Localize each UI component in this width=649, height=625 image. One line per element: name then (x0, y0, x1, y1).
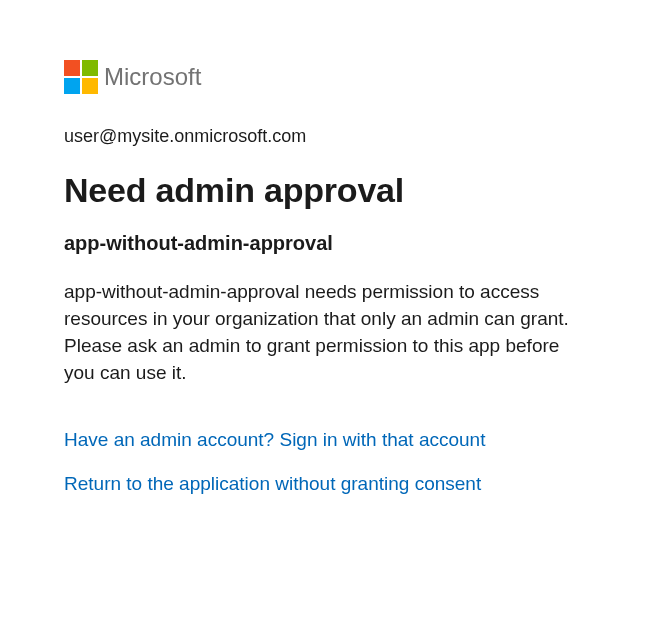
microsoft-brand: Microsoft (64, 60, 585, 94)
brand-name: Microsoft (104, 63, 201, 91)
admin-signin-link[interactable]: Have an admin account? Sign in with that… (64, 429, 585, 451)
user-email: user@mysite.onmicrosoft.com (64, 126, 585, 147)
page-title: Need admin approval (64, 171, 585, 210)
permission-message: app-without-admin-approval needs permiss… (64, 279, 574, 387)
app-name: app-without-admin-approval (64, 232, 585, 255)
microsoft-logo-icon (64, 60, 98, 94)
return-without-consent-link[interactable]: Return to the application without granti… (64, 473, 585, 495)
